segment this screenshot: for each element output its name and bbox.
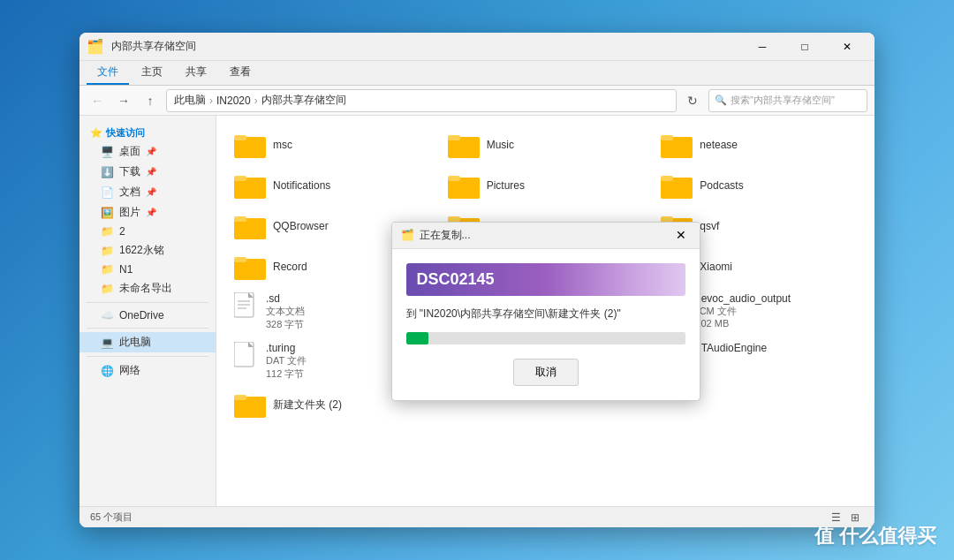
desktop-icon: 🖥️	[101, 146, 114, 158]
pin-icon-3: 📌	[146, 187, 156, 197]
network-icon: 🌐	[101, 365, 114, 377]
sidebar-item-downloads[interactable]: ⬇️ 下载 📌	[80, 162, 216, 182]
forward-button[interactable]: →	[113, 90, 134, 111]
title-bar: 🗂️ 内部共享存储空间 ─ □ ✕	[80, 33, 874, 61]
sidebar-item-thispc[interactable]: 💻 此电脑	[80, 332, 216, 352]
minimize-button[interactable]: ─	[742, 34, 783, 59]
search-box[interactable]: 🔍 搜索"内部共享存储空间"	[708, 89, 867, 112]
copy-icon: 🗂️	[401, 229, 414, 241]
folder-icon-sidebar-4: 📁	[101, 283, 114, 295]
dialog-actions: 取消	[406, 359, 685, 386]
sidebar-item-network[interactable]: 🌐 网络	[80, 360, 216, 381]
pin-icon-2: 📌	[146, 167, 156, 177]
progress-bar-container	[406, 332, 685, 344]
back-button[interactable]: ←	[87, 90, 108, 111]
dialog-close-button[interactable]: ✕	[671, 225, 691, 245]
content-area: msc Music netease	[216, 116, 874, 506]
search-placeholder: 搜索"内部共享存储空间"	[731, 94, 835, 107]
sidebar-divider-1	[87, 302, 208, 303]
copy-dialog: 🗂️ 正在复制... ✕ DSC02145 到 "IN2020\内部共享存储空间…	[391, 222, 700, 401]
maximize-button[interactable]: □	[784, 34, 825, 59]
progress-bar-fill	[406, 332, 428, 344]
sidebar: ⭐ 快速访问 🖥️ 桌面 📌 ⬇️ 下载 📌 📄 文档 📌 🖼️ 图片	[80, 116, 216, 506]
onedrive-icon: ☁️	[101, 309, 114, 322]
documents-icon: 📄	[101, 186, 114, 199]
title-bar-controls: ─ □ ✕	[742, 34, 867, 59]
downloads-icon: ⬇️	[101, 166, 114, 178]
folder-icon-sidebar-2: 📁	[101, 245, 114, 257]
list-view-button[interactable]: ☰	[827, 510, 844, 526]
sidebar-item-2[interactable]: 📁 2	[80, 223, 216, 240]
status-bar: 65 个项目 ☰ ⊞	[80, 506, 874, 527]
dialog-title: 🗂️ 正在复制...	[401, 228, 471, 243]
grid-view-button[interactable]: ⊞	[846, 510, 864, 526]
dialog-overlay: 🗂️ 正在复制... ✕ DSC02145 到 "IN2020\内部共享存储空间…	[216, 116, 874, 506]
thispc-icon: 💻	[101, 337, 114, 349]
tab-file[interactable]: 文件	[87, 61, 129, 85]
view-controls: ☰ ⊞	[827, 510, 864, 526]
title-bar-icons: 🗂️	[87, 38, 104, 55]
folder-icon-sidebar: 📁	[101, 225, 114, 238]
dialog-content: DSC02145 到 "IN2020\内部共享存储空间\新建文件夹 (2)" 取…	[392, 249, 700, 400]
close-button[interactable]: ✕	[827, 34, 867, 59]
address-path[interactable]: 此电脑 › IN2020 › 内部共享存储空间	[166, 89, 677, 112]
ribbon: 文件 主页 共享 查看	[80, 61, 874, 86]
path-folder: 内部共享存储空间	[261, 93, 346, 108]
sidebar-item-unnamed[interactable]: 📁 未命名导出	[80, 278, 216, 299]
sidebar-item-pictures[interactable]: 🖼️ 图片 📌	[80, 202, 216, 223]
dialog-destination: 到 "IN2020\内部共享存储空间\新建文件夹 (2)"	[406, 306, 685, 322]
sidebar-item-n1[interactable]: 📁 N1	[80, 261, 216, 278]
tab-share[interactable]: 共享	[175, 61, 217, 85]
explorer-window: 🗂️ 内部共享存储空间 ─ □ ✕ 文件 主页 共享 查看 ← → ↑ 此电脑 …	[80, 33, 874, 527]
tab-home[interactable]: 主页	[131, 61, 173, 85]
sidebar-item-1622[interactable]: 📁 1622永铭	[80, 240, 216, 261]
sidebar-item-documents[interactable]: 📄 文档 📌	[80, 182, 216, 202]
window-title: 内部共享存储空间	[111, 39, 742, 54]
main-area: ⭐ 快速访问 🖥️ 桌面 📌 ⬇️ 下载 📌 📄 文档 📌 🖼️ 图片	[80, 116, 874, 506]
dialog-filename: DSC02145	[406, 263, 685, 296]
ribbon-tabs: 文件 主页 共享 查看	[80, 61, 874, 85]
refresh-button[interactable]: ↻	[682, 90, 703, 111]
address-bar: ← → ↑ 此电脑 › IN2020 › 内部共享存储空间 ↻ 🔍 搜索"内部共…	[80, 86, 874, 116]
folder-icon-sidebar-3: 📁	[101, 263, 114, 276]
item-count: 65 个项目	[90, 511, 132, 524]
up-button[interactable]: ↑	[140, 90, 161, 111]
window-icon: 🗂️	[87, 38, 104, 55]
pin-icon: 📌	[146, 147, 156, 156]
sidebar-divider-2	[87, 328, 208, 329]
pin-icon-4: 📌	[146, 208, 156, 217]
sidebar-item-desktop[interactable]: 🖥️ 桌面 📌	[80, 141, 216, 162]
sidebar-item-onedrive[interactable]: ☁️ OneDrive	[80, 306, 216, 324]
pictures-icon: 🖼️	[101, 207, 114, 219]
tab-view[interactable]: 查看	[219, 61, 261, 85]
cancel-button[interactable]: 取消	[513, 359, 579, 386]
search-icon: 🔍	[715, 95, 727, 106]
sidebar-divider-3	[87, 356, 208, 357]
quick-access-icon: ⭐	[90, 127, 102, 139]
dialog-title-bar: 🗂️ 正在复制... ✕	[392, 223, 700, 249]
path-pc: 此电脑	[174, 93, 206, 108]
path-in2020: IN2020	[216, 95, 251, 107]
sidebar-quick-access-label: ⭐ 快速访问	[80, 123, 216, 141]
